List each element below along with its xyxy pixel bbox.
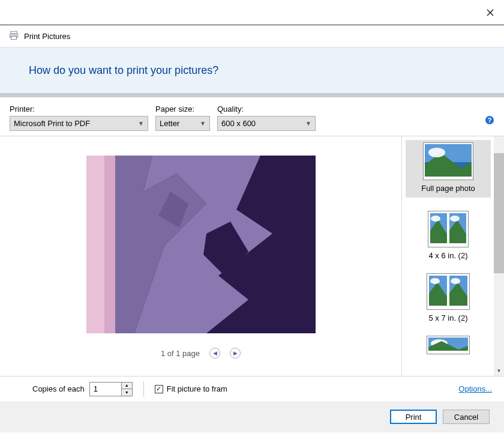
quality-label: Quality: <box>217 104 316 114</box>
divider <box>143 381 144 397</box>
quality-value: 600 x 600 <box>221 119 256 128</box>
next-page-button[interactable]: ▶ <box>230 348 241 359</box>
chevron-down-icon: ▼ <box>305 120 311 127</box>
copies-spinner[interactable]: ▲ ▼ <box>89 382 133 396</box>
controls-row: Printer: Microsoft Print to PDF ▼ Paper … <box>0 97 504 136</box>
fit-label: Fit picture to fram <box>167 384 227 393</box>
prev-page-button[interactable]: ◀ <box>209 348 220 359</box>
layout-sidebar: ▲ ▼ Full page photo 4 x 6 in. (2) 5 x 7 … <box>402 136 504 376</box>
svg-rect-7 <box>86 156 104 333</box>
paper-size-label: Paper size: <box>155 104 210 114</box>
printer-select[interactable]: Microsoft Print to PDF ▼ <box>10 116 148 131</box>
layout-label: 4 x 6 in. (2) <box>428 251 467 260</box>
preview-pane: 1 of 1 page ◀ ▶ <box>0 136 402 376</box>
quality-select[interactable]: 600 x 600 ▼ <box>217 116 316 131</box>
window-title: Print Pictures <box>24 32 70 41</box>
title-bar <box>0 0 504 25</box>
instruction-banner: How do you want to print your pictures? <box>0 47 504 94</box>
page-indicator: 1 of 1 page <box>161 349 200 358</box>
svg-point-21 <box>450 216 460 222</box>
print-button[interactable]: Print <box>390 410 437 424</box>
paper-size-select[interactable]: Letter ▼ <box>155 116 210 131</box>
layout-label: Full page photo <box>421 184 475 193</box>
copies-label: Copies of each <box>32 384 85 393</box>
layout-option-partial[interactable] <box>406 336 491 354</box>
layout-option-full-page[interactable]: Full page photo <box>406 140 491 198</box>
options-link[interactable]: Options... <box>458 384 492 393</box>
printer-label: Printer: <box>10 104 148 114</box>
svg-text:?: ? <box>488 117 492 124</box>
close-button[interactable] <box>476 0 504 25</box>
cancel-button[interactable]: Cancel <box>443 410 490 424</box>
svg-point-27 <box>451 278 460 284</box>
instruction-text: How do you want to print your pictures? <box>29 64 218 77</box>
layout-option-5x7[interactable]: 5 x 7 in. (2) <box>406 273 491 322</box>
window-header: Print Pictures <box>0 25 504 47</box>
spinner-up[interactable]: ▲ <box>122 383 132 390</box>
layout-option-4x6[interactable]: 4 x 6 in. (2) <box>406 211 491 260</box>
chevron-down-icon: ▼ <box>200 120 206 127</box>
scroll-down-arrow[interactable]: ▼ <box>494 366 504 376</box>
spinner-down[interactable]: ▼ <box>122 389 132 396</box>
svg-point-24 <box>430 278 440 284</box>
printer-icon <box>8 30 19 43</box>
preview-nav: 1 of 1 page ◀ ▶ <box>161 348 241 359</box>
preview-image <box>86 156 316 333</box>
svg-rect-2 <box>11 36 17 39</box>
copies-input[interactable] <box>90 383 121 396</box>
mid-area: 1 of 1 page ◀ ▶ ▲ ▼ Full page photo 4 x … <box>0 136 504 376</box>
checkbox-box: ✓ <box>155 385 163 393</box>
scrollbar-thumb[interactable] <box>494 153 504 273</box>
svg-rect-0 <box>11 31 17 34</box>
bottom-bar: Copies of each ▲ ▼ ✓ Fit picture to fram… <box>0 376 504 401</box>
layout-label: 5 x 7 in. (2) <box>428 313 467 322</box>
button-row: Print Cancel <box>0 401 504 432</box>
fit-picture-checkbox[interactable]: ✓ Fit picture to fram <box>155 384 227 393</box>
paper-value: Letter <box>160 119 179 128</box>
svg-point-18 <box>431 216 440 222</box>
svg-point-15 <box>428 148 445 157</box>
chevron-down-icon: ▼ <box>138 120 144 127</box>
help-icon[interactable]: ? <box>485 115 494 125</box>
printer-value: Microsoft Print to PDF <box>14 119 90 128</box>
